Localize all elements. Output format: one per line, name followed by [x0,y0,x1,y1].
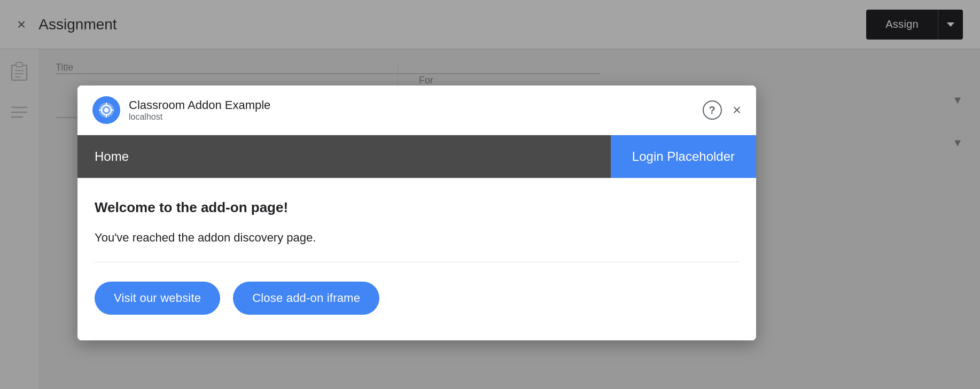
modal-actions: Visit our website Close add-on iframe [95,282,739,315]
modal-divider [95,262,739,262]
addon-host: localhost [129,112,703,122]
welcome-heading: Welcome to the add-on page! [95,199,739,216]
addon-info: Classroom Addon Example localhost [129,98,703,122]
help-icon[interactable]: ? [703,100,722,120]
modal-header: Classroom Addon Example localhost ? × [77,85,756,135]
nav-home[interactable]: Home [77,135,611,178]
modal-navbar: Home Login Placeholder [77,135,756,178]
modal-close-icon[interactable]: × [733,103,741,118]
modal-body: Welcome to the add-on page! You've reach… [77,178,756,340]
visit-website-button[interactable]: Visit our website [95,282,220,315]
svg-point-10 [104,108,108,112]
discovery-text: You've reached the addon discovery page. [95,231,739,245]
nav-login[interactable]: Login Placeholder [611,135,756,178]
modal-header-actions: ? × [703,100,741,120]
addon-name: Classroom Addon Example [129,98,703,112]
addon-logo [92,96,120,124]
close-addon-button[interactable]: Close add-on iframe [233,282,379,315]
addon-modal: Classroom Addon Example localhost ? × Ho… [77,85,756,340]
